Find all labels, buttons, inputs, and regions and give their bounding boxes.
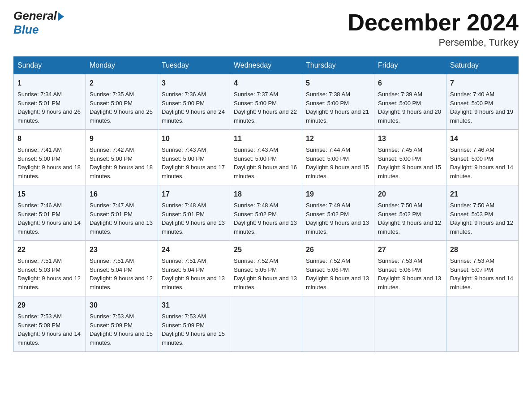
day-info: Sunrise: 7:44 AMSunset: 5:00 PMDaylight:… — [306, 146, 369, 180]
day-number: 13 — [378, 133, 442, 144]
day-info: Sunrise: 7:42 AMSunset: 5:00 PMDaylight:… — [90, 146, 153, 180]
day-number: 28 — [450, 244, 515, 255]
calendar-day-cell: 12Sunrise: 7:44 AMSunset: 5:00 PMDayligh… — [302, 130, 374, 185]
day-number: 22 — [17, 244, 82, 255]
day-info: Sunrise: 7:53 AMSunset: 5:08 PMDaylight:… — [17, 313, 81, 346]
calendar-day-cell — [302, 296, 374, 352]
calendar-day-cell — [446, 296, 519, 352]
page-header: General Blue December 2024 Persembe, Tur… — [13, 9, 519, 48]
calendar-day-cell: 9Sunrise: 7:42 AMSunset: 5:00 PMDaylight… — [86, 130, 158, 185]
day-info: Sunrise: 7:45 AMSunset: 5:00 PMDaylight:… — [378, 146, 441, 180]
day-of-week-header: Thursday — [302, 57, 374, 74]
logo-blue-text: Blue — [13, 23, 39, 37]
day-info: Sunrise: 7:40 AMSunset: 5:00 PMDaylight:… — [450, 91, 513, 124]
day-info: Sunrise: 7:35 AMSunset: 5:00 PMDaylight:… — [90, 91, 153, 124]
day-number: 11 — [234, 133, 298, 144]
day-info: Sunrise: 7:53 AMSunset: 5:09 PMDaylight:… — [90, 313, 153, 346]
logo-arrow-icon — [58, 12, 64, 21]
calendar-day-cell: 3Sunrise: 7:36 AMSunset: 5:00 PMDaylight… — [158, 74, 230, 130]
day-info: Sunrise: 7:46 AMSunset: 5:01 PMDaylight:… — [17, 202, 81, 235]
day-info: Sunrise: 7:50 AMSunset: 5:02 PMDaylight:… — [378, 202, 441, 235]
day-number: 12 — [306, 133, 370, 144]
day-number: 20 — [378, 189, 442, 200]
day-number: 30 — [90, 300, 154, 311]
day-number: 26 — [306, 244, 370, 255]
day-number: 23 — [90, 244, 154, 255]
calendar-day-cell: 29Sunrise: 7:53 AMSunset: 5:08 PMDayligh… — [14, 296, 86, 352]
day-number: 29 — [17, 300, 82, 311]
calendar-week-row: 29Sunrise: 7:53 AMSunset: 5:08 PMDayligh… — [14, 296, 519, 352]
day-number: 10 — [162, 133, 226, 144]
day-of-week-header: Sunday — [14, 57, 86, 74]
day-number: 14 — [450, 133, 515, 144]
day-info: Sunrise: 7:53 AMSunset: 5:06 PMDaylight:… — [378, 257, 441, 291]
calendar-day-cell: 14Sunrise: 7:46 AMSunset: 5:00 PMDayligh… — [446, 130, 519, 185]
location-title: Persembe, Turkey — [348, 37, 519, 48]
day-number: 8 — [17, 133, 82, 144]
calendar-day-cell: 11Sunrise: 7:43 AMSunset: 5:00 PMDayligh… — [230, 130, 302, 185]
day-info: Sunrise: 7:48 AMSunset: 5:01 PMDaylight:… — [162, 202, 225, 235]
calendar-day-cell: 7Sunrise: 7:40 AMSunset: 5:00 PMDaylight… — [446, 74, 519, 130]
day-number: 24 — [162, 244, 226, 255]
calendar-day-cell: 8Sunrise: 7:41 AMSunset: 5:00 PMDaylight… — [14, 130, 86, 185]
calendar-day-cell: 2Sunrise: 7:35 AMSunset: 5:00 PMDaylight… — [86, 74, 158, 130]
day-info: Sunrise: 7:51 AMSunset: 5:04 PMDaylight:… — [90, 257, 153, 291]
calendar-day-cell: 4Sunrise: 7:37 AMSunset: 5:00 PMDaylight… — [230, 74, 302, 130]
day-number: 15 — [17, 189, 82, 200]
day-number: 1 — [17, 78, 82, 89]
calendar-day-cell: 31Sunrise: 7:53 AMSunset: 5:09 PMDayligh… — [158, 296, 230, 352]
calendar-day-cell: 24Sunrise: 7:51 AMSunset: 5:04 PMDayligh… — [158, 241, 230, 296]
day-info: Sunrise: 7:37 AMSunset: 5:00 PMDaylight:… — [234, 91, 297, 124]
day-of-week-header: Wednesday — [230, 57, 302, 74]
day-info: Sunrise: 7:43 AMSunset: 5:00 PMDaylight:… — [234, 146, 297, 180]
calendar-day-cell: 13Sunrise: 7:45 AMSunset: 5:00 PMDayligh… — [374, 130, 446, 185]
day-number: 27 — [378, 244, 442, 255]
calendar-day-cell: 25Sunrise: 7:52 AMSunset: 5:05 PMDayligh… — [230, 241, 302, 296]
calendar-week-row: 22Sunrise: 7:51 AMSunset: 5:03 PMDayligh… — [14, 241, 519, 296]
title-block: December 2024 Persembe, Turkey — [348, 9, 519, 48]
day-number: 3 — [162, 78, 226, 89]
calendar-day-cell: 27Sunrise: 7:53 AMSunset: 5:06 PMDayligh… — [374, 241, 446, 296]
calendar-day-cell: 5Sunrise: 7:38 AMSunset: 5:00 PMDaylight… — [302, 74, 374, 130]
logo: General Blue — [13, 9, 64, 37]
day-info: Sunrise: 7:41 AMSunset: 5:00 PMDaylight:… — [17, 146, 81, 180]
day-number: 9 — [90, 133, 154, 144]
day-info: Sunrise: 7:49 AMSunset: 5:02 PMDaylight:… — [306, 202, 369, 235]
calendar-day-cell: 17Sunrise: 7:48 AMSunset: 5:01 PMDayligh… — [158, 185, 230, 241]
day-info: Sunrise: 7:43 AMSunset: 5:00 PMDaylight:… — [162, 146, 225, 180]
day-number: 2 — [90, 78, 154, 89]
calendar-day-cell: 16Sunrise: 7:47 AMSunset: 5:01 PMDayligh… — [86, 185, 158, 241]
day-info: Sunrise: 7:47 AMSunset: 5:01 PMDaylight:… — [90, 202, 153, 235]
calendar-day-cell: 22Sunrise: 7:51 AMSunset: 5:03 PMDayligh… — [14, 241, 86, 296]
day-of-week-header: Tuesday — [158, 57, 230, 74]
day-info: Sunrise: 7:52 AMSunset: 5:06 PMDaylight:… — [306, 257, 369, 291]
day-number: 17 — [162, 189, 226, 200]
month-title: December 2024 — [348, 9, 519, 36]
calendar-day-cell: 21Sunrise: 7:50 AMSunset: 5:03 PMDayligh… — [446, 185, 519, 241]
day-of-week-header: Friday — [374, 57, 446, 74]
calendar-day-cell: 26Sunrise: 7:52 AMSunset: 5:06 PMDayligh… — [302, 241, 374, 296]
day-info: Sunrise: 7:52 AMSunset: 5:05 PMDaylight:… — [234, 257, 297, 291]
day-number: 6 — [378, 78, 442, 89]
day-info: Sunrise: 7:46 AMSunset: 5:00 PMDaylight:… — [450, 146, 513, 180]
day-number: 31 — [162, 300, 226, 311]
day-number: 16 — [90, 189, 154, 200]
day-number: 21 — [450, 189, 515, 200]
day-number: 4 — [234, 78, 298, 89]
day-info: Sunrise: 7:38 AMSunset: 5:00 PMDaylight:… — [306, 91, 369, 124]
calendar-day-cell — [374, 296, 446, 352]
day-info: Sunrise: 7:34 AMSunset: 5:01 PMDaylight:… — [17, 91, 81, 124]
day-info: Sunrise: 7:39 AMSunset: 5:00 PMDaylight:… — [378, 91, 441, 124]
calendar-week-row: 8Sunrise: 7:41 AMSunset: 5:00 PMDaylight… — [14, 130, 519, 185]
day-info: Sunrise: 7:53 AMSunset: 5:07 PMDaylight:… — [450, 257, 513, 291]
day-number: 19 — [306, 189, 370, 200]
calendar-day-cell: 1Sunrise: 7:34 AMSunset: 5:01 PMDaylight… — [14, 74, 86, 130]
day-number: 25 — [234, 244, 298, 255]
calendar-day-cell: 20Sunrise: 7:50 AMSunset: 5:02 PMDayligh… — [374, 185, 446, 241]
day-info: Sunrise: 7:53 AMSunset: 5:09 PMDaylight:… — [162, 313, 225, 346]
day-info: Sunrise: 7:48 AMSunset: 5:02 PMDaylight:… — [234, 202, 297, 235]
day-number: 5 — [306, 78, 370, 89]
calendar-day-cell — [230, 296, 302, 352]
calendar-table: SundayMondayTuesdayWednesdayThursdayFrid… — [13, 56, 519, 352]
calendar-header-row: SundayMondayTuesdayWednesdayThursdayFrid… — [14, 57, 519, 74]
